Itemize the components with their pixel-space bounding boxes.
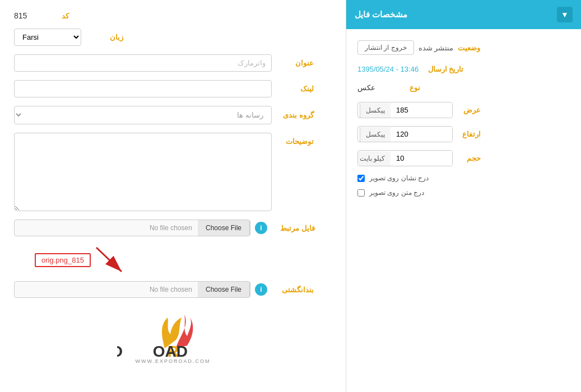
height-input[interactable]	[391, 127, 452, 142]
status-value: منتشر شده	[419, 44, 454, 52]
link-row: لینک	[14, 80, 332, 97]
file-area-1: Choose File No file chosen	[14, 220, 250, 236]
title-input[interactable]	[14, 54, 272, 72]
svg-line-1	[96, 248, 122, 272]
status-section: وضعیت منتشر شده خروج از انتشار	[357, 40, 570, 55]
height-label: ارتفاع	[458, 130, 481, 138]
date-row: تاریخ ارسال 1395/05/24 - 13:46	[357, 65, 570, 73]
desc-label: توضیحات	[280, 137, 314, 146]
link-input[interactable]	[14, 80, 272, 97]
width-input[interactable]	[391, 102, 452, 118]
svg-text:EXPO: EXPO	[117, 343, 123, 360]
main-panel: کد 815 زبان Farsi English Arabic عنوان ل…	[0, 0, 346, 392]
desc-row: توضیحات	[14, 133, 332, 211]
height-input-group: پیکسل	[357, 126, 453, 142]
svg-text:OAD: OAD	[152, 343, 187, 360]
arrow-filename-row: 815_orig.png	[32, 245, 290, 276]
height-unit: پیکسل	[360, 127, 391, 142]
link-label: لینک	[280, 85, 314, 93]
group-label: گروه بندی	[280, 111, 314, 119]
chevron-down-button[interactable]: ▼	[557, 7, 573, 22]
date-label: تاریخ ارسال	[424, 65, 463, 73]
code-value: 815	[14, 11, 27, 20]
checkbox2-label: درج متن روی تصویر	[369, 189, 424, 197]
logo-svg: EXPO R OAD	[117, 315, 229, 360]
red-arrow-icon	[91, 245, 130, 276]
thumbnail-label: بندانگشتی	[280, 286, 314, 294]
width-unit: پیکسل	[360, 103, 391, 118]
lang-label: زبان	[90, 33, 123, 41]
title-row: عنوان	[14, 54, 332, 72]
choose-file-button-1[interactable]: Choose File	[198, 220, 250, 236]
checkbox2-input[interactable]	[357, 189, 365, 197]
width-label: عرض	[458, 106, 481, 114]
type-label: نوع	[381, 83, 420, 92]
date-value: 1395/05/24 - 13:46	[357, 65, 419, 73]
exit-publish-button[interactable]: خروج از انتشار	[357, 40, 414, 55]
file-area-2: Choose File No file chosen	[14, 281, 250, 298]
width-input-group: پیکسل	[357, 102, 453, 118]
left-panel: ▼ مشخصات فایل وضعیت منتشر شده خروج از ان…	[346, 0, 581, 392]
info-icon-1[interactable]: i	[255, 222, 267, 234]
width-row: عرض پیکسل	[357, 102, 570, 118]
size-unit: کیلو بایت	[357, 151, 391, 166]
height-row: ارتفاع پیکسل	[357, 126, 570, 142]
checkbox1-input[interactable]	[357, 175, 365, 182]
logo-area: EXPO R OAD WWW.EXPOROAD.COM	[14, 309, 332, 364]
type-row: نوع عکس	[357, 83, 570, 92]
related-file-label: فایل مرتبط	[280, 224, 315, 232]
chevron-down-icon: ▼	[561, 10, 569, 19]
no-file-chosen-1: No file chosen	[15, 220, 198, 236]
type-value: عکس	[357, 83, 375, 92]
panel-header: ▼ مشخصات فایل	[346, 0, 581, 29]
desc-textarea[interactable]	[14, 133, 272, 211]
group-row: گروه بندی رسانه ها	[14, 106, 332, 124]
related-file-row: فایل مرتبط i Choose File No file chosen	[14, 220, 332, 236]
filename-box: 815_orig.png	[35, 253, 91, 267]
size-label: حجم	[458, 154, 481, 162]
status-label: وضعیت	[458, 44, 480, 52]
checkbox1-row: درج نشان روی تصویر	[357, 174, 570, 182]
panel-title: مشخصات فایل	[355, 10, 407, 20]
size-input[interactable]	[391, 151, 452, 166]
checkbox1-label: درج نشان روی تصویر	[369, 174, 429, 182]
code-label: کد	[35, 12, 69, 20]
lang-select[interactable]: Farsi English Arabic	[14, 29, 81, 46]
checkbox2-row: درج متن روی تصویر	[357, 189, 570, 197]
no-file-chosen-2: No file chosen	[15, 282, 198, 297]
logo-container: EXPO R OAD WWW.EXPOROAD.COM	[117, 315, 229, 364]
thumbnail-file-row: بندانگشتی i Choose File No file chosen	[14, 281, 332, 298]
code-row: کد 815	[14, 11, 332, 20]
info-icon-2[interactable]: i	[255, 283, 267, 296]
size-row: حجم کیلو بایت	[357, 150, 570, 166]
lang-row: زبان Farsi English Arabic	[14, 29, 332, 46]
size-input-group: کیلو بایت	[357, 150, 453, 166]
title-label: عنوان	[280, 59, 314, 67]
group-select[interactable]: رسانه ها	[14, 106, 272, 124]
choose-file-button-2[interactable]: Choose File	[198, 282, 250, 297]
